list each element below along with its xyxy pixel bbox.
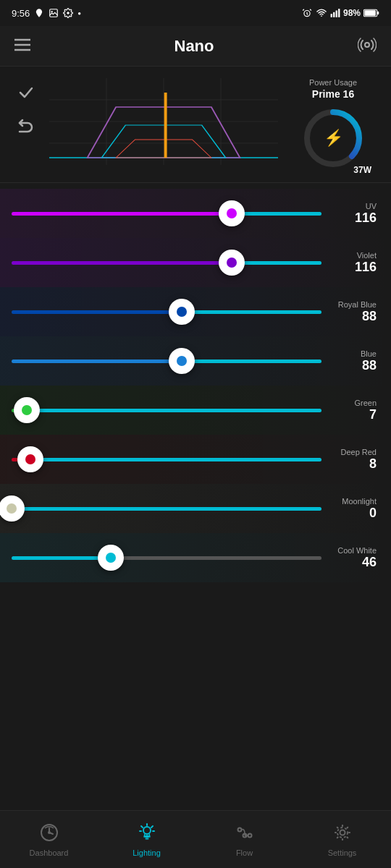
svg-rect-8 <box>336 11 337 17</box>
dot-indicator: ● <box>77 10 81 17</box>
svg-rect-11 <box>364 10 375 15</box>
nav-settings[interactable]: Settings <box>310 817 375 863</box>
image-icon <box>49 8 59 18</box>
svg-point-33 <box>143 827 151 834</box>
power-watts-value: 37W <box>353 165 371 175</box>
cool-white-thumb[interactable] <box>98 545 124 571</box>
svg-text:⚡: ⚡ <box>324 128 344 148</box>
royal-blue-slider-row: Royal Blue 88 <box>0 287 391 336</box>
uv-label-text: UV <box>324 202 377 210</box>
svg-line-35 <box>151 826 153 827</box>
dashboard-icon <box>39 822 59 846</box>
nav-dashboard[interactable]: Dashboard <box>17 817 82 863</box>
moonlight-slider-container <box>12 494 321 523</box>
deep-red-thumb[interactable] <box>17 446 43 472</box>
violet-value: 116 <box>324 260 377 275</box>
deep-red-slider-row: Deep Red 8 <box>0 435 391 484</box>
violet-slider-row: Violet 116 <box>0 238 391 287</box>
royal-blue-label-text: Royal Blue <box>324 300 377 309</box>
blue-thumb[interactable] <box>169 348 195 374</box>
cool-white-value: 46 <box>324 555 377 570</box>
royal-blue-slider-container <box>12 297 321 326</box>
gauge-svg: ⚡ <box>300 106 366 171</box>
svg-line-36 <box>141 826 143 827</box>
blue-slider-container <box>12 346 321 375</box>
app-header: Nano <box>0 26 391 67</box>
blue-label-text: Blue <box>324 349 377 358</box>
flow-label: Flow <box>236 848 253 857</box>
status-time-area: 9:56 ● <box>12 8 81 19</box>
app-title: Nano <box>175 37 214 56</box>
moonlight-thumb[interactable] <box>0 495 25 522</box>
svg-point-45 <box>337 827 348 838</box>
svg-rect-6 <box>331 14 332 17</box>
nav-lighting[interactable]: Lighting <box>114 817 180 863</box>
spectrum-svg <box>49 78 278 165</box>
moonlight-slider-row: Moonlight 0 <box>0 484 391 533</box>
spectrum-chart <box>49 78 278 165</box>
royal-blue-value: 88 <box>324 309 377 324</box>
bottom-nav: Dashboard Lighting <box>0 810 391 868</box>
green-value: 7 <box>324 407 377 422</box>
dashboard-label: Dashboard <box>30 848 69 857</box>
wifi-icon <box>316 8 327 18</box>
cool-white-label-text: Cool White <box>324 546 377 555</box>
deep-red-value: 8 <box>324 456 377 472</box>
green-label-text: Green <box>324 399 377 407</box>
moonlight-label-text: Moonlight <box>324 497 377 506</box>
violet-label: Violet 116 <box>324 251 382 275</box>
uv-thumb[interactable] <box>219 200 245 226</box>
violet-slider-container <box>12 248 321 277</box>
svg-rect-1 <box>50 9 58 17</box>
lighting-label: Lighting <box>133 848 161 857</box>
broadcast-button[interactable] <box>358 35 377 57</box>
violet-thumb[interactable] <box>219 250 245 276</box>
moonlight-label: Moonlight 0 <box>324 497 382 521</box>
broadcast-icon <box>358 35 377 54</box>
undo-button[interactable] <box>14 113 38 136</box>
signal-icon <box>330 8 340 18</box>
svg-rect-7 <box>333 12 335 17</box>
deep-red-slider-container <box>12 445 321 474</box>
menu-button[interactable] <box>14 38 30 54</box>
svg-rect-9 <box>338 9 340 17</box>
sliders-section: UV 116 Violet 116 <box>0 183 391 640</box>
svg-point-32 <box>48 831 51 834</box>
blue-value: 88 <box>324 358 377 373</box>
settings-small-icon <box>63 8 73 18</box>
hamburger-icon <box>14 38 30 51</box>
preview-controls <box>14 81 38 136</box>
uv-label: UV 116 <box>324 202 382 226</box>
power-device-name: Prime 16 <box>312 88 354 100</box>
green-thumb[interactable] <box>14 397 40 423</box>
deep-red-label: Deep Red 8 <box>324 448 382 472</box>
battery-icon <box>363 9 379 17</box>
cool-white-slider-container <box>12 543 321 572</box>
power-gauge: ⚡ 37W <box>300 106 366 171</box>
blue-slider-row: Blue 88 <box>0 336 391 386</box>
alarm-icon <box>301 8 313 18</box>
uv-slider-container <box>12 199 321 228</box>
undo-icon <box>17 116 35 133</box>
violet-label-text: Violet <box>324 251 377 260</box>
svg-point-5 <box>321 15 322 17</box>
blue-label: Blue 88 <box>324 349 382 373</box>
cool-white-label: Cool White 46 <box>324 546 382 570</box>
settings-label: Settings <box>328 848 357 857</box>
flow-icon <box>235 822 255 846</box>
check-button[interactable] <box>14 81 38 104</box>
battery-percent: 98% <box>343 8 361 18</box>
nav-flow[interactable]: Flow <box>212 817 277 863</box>
royal-blue-label: Royal Blue 88 <box>324 300 382 324</box>
status-time: 9:56 <box>12 8 30 19</box>
green-label: Green 7 <box>324 399 382 422</box>
checkmark-icon <box>17 84 35 101</box>
green-slider-container <box>12 396 321 425</box>
svg-point-2 <box>51 11 53 12</box>
lighting-icon <box>137 822 157 846</box>
uv-value: 116 <box>324 210 377 226</box>
royal-blue-thumb[interactable] <box>169 299 195 325</box>
power-usage-label: Power Usage <box>309 78 357 87</box>
power-info: Power Usage Prime 16 ⚡ 37W <box>290 78 377 171</box>
preview-section: Power Usage Prime 16 ⚡ 37W <box>0 67 391 183</box>
